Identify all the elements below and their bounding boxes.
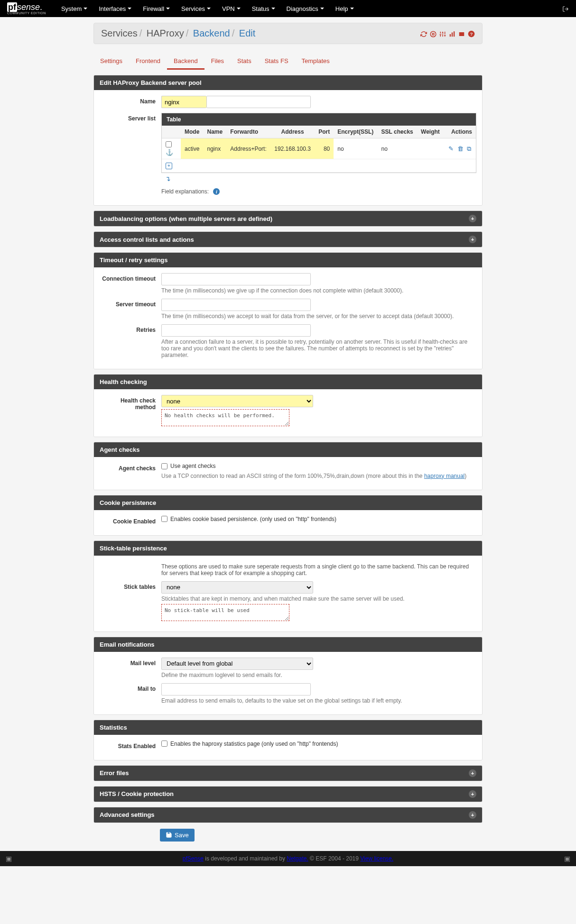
panel-edit-pool: Edit HAProxy Backend server pool Name Se… bbox=[93, 75, 483, 206]
help-server-timeout: The time (in milliseconds) we accept to … bbox=[161, 313, 476, 320]
sticktable-help: Sticktables that are kept in memory, and… bbox=[161, 595, 476, 602]
conn-timeout-input[interactable] bbox=[161, 273, 311, 285]
th-port: Port bbox=[315, 126, 334, 138]
save-icon bbox=[166, 832, 172, 838]
panel-head-error[interactable]: Error files+ bbox=[94, 766, 482, 781]
expand-icon[interactable]: + bbox=[469, 790, 476, 798]
panel-stats: Statistics Stats Enabled Enables the hap… bbox=[93, 720, 483, 760]
haproxy-manual-link[interactable]: haproxy manual bbox=[424, 473, 465, 479]
name-input[interactable] bbox=[161, 96, 206, 108]
tab-settings[interactable]: Settings bbox=[93, 54, 129, 70]
health-method-select[interactable]: none bbox=[161, 395, 313, 407]
panel-agent: Agent checks Agent checks Use agent chec… bbox=[93, 442, 483, 490]
tab-statsfs[interactable]: Stats FS bbox=[258, 54, 295, 70]
cookie-enabled-label: Enables cookie based persistence. (only … bbox=[170, 516, 336, 522]
logout-icon[interactable] bbox=[562, 5, 569, 12]
copy-icon[interactable]: ⧉ bbox=[467, 145, 471, 152]
panel-cookie: Cookie persistence Cookie Enabled Enable… bbox=[93, 495, 483, 536]
label-health-method: Health check method bbox=[100, 395, 161, 411]
footer-netgate-link[interactable]: Netgate. bbox=[287, 855, 308, 862]
cookie-enabled-checkbox[interactable] bbox=[161, 516, 167, 522]
expand-icon[interactable]: + bbox=[469, 811, 476, 819]
sticktable-intro: These options are used to make sure sepe… bbox=[161, 563, 476, 576]
tab-frontend[interactable]: Frontend bbox=[129, 54, 167, 70]
nav-services[interactable]: Services bbox=[176, 5, 216, 12]
tab-backend[interactable]: Backend bbox=[167, 54, 204, 70]
tab-files[interactable]: Files bbox=[204, 54, 231, 70]
nav-diagnostics[interactable]: Diagnostics bbox=[281, 5, 330, 12]
retries-input[interactable] bbox=[161, 324, 311, 337]
row-checkbox[interactable] bbox=[166, 141, 172, 147]
nav-interfaces[interactable]: Interfaces bbox=[93, 5, 137, 12]
server-table: Table Mode Name Forwardto Address Port E… bbox=[161, 113, 476, 173]
bc-services[interactable]: Services bbox=[101, 28, 138, 38]
mail-to-input[interactable] bbox=[161, 683, 311, 695]
stats-enabled-checkbox[interactable] bbox=[161, 741, 167, 747]
name-input-ext[interactable] bbox=[206, 96, 311, 108]
agent-checks-checkbox[interactable] bbox=[161, 463, 167, 469]
svg-point-0 bbox=[430, 31, 436, 37]
refresh-icon[interactable] bbox=[420, 29, 427, 38]
breadcrumb-actions: ? bbox=[420, 29, 475, 38]
bc-haproxy[interactable]: HAProxy bbox=[147, 28, 184, 38]
footer-license-link[interactable]: View license. bbox=[360, 855, 393, 862]
bc-backend[interactable]: Backend bbox=[193, 28, 230, 38]
stick-tables-select[interactable]: none bbox=[161, 581, 313, 594]
delete-icon[interactable]: 🗑 bbox=[457, 145, 464, 152]
panel-lb-options: Loadbalancing options (when multiple ser… bbox=[93, 210, 483, 227]
expand-icon[interactable]: + bbox=[469, 236, 476, 243]
save-button[interactable]: Save bbox=[160, 829, 195, 842]
panel-email: Email notifications Mail level Default l… bbox=[93, 637, 483, 715]
nav-firewall[interactable]: Firewall bbox=[137, 5, 176, 12]
stop-icon[interactable] bbox=[430, 29, 437, 38]
anchor-icon[interactable]: ⚓ bbox=[166, 149, 173, 156]
top-navbar: pfsense. COMMUNITY EDITION System Interf… bbox=[0, 0, 576, 17]
th-encrypt: Encrypt(SSL) bbox=[334, 126, 377, 138]
footer-left-icon[interactable]: ▣ bbox=[6, 855, 12, 862]
help-icon[interactable]: ? bbox=[468, 29, 475, 38]
bc-edit[interactable]: Edit bbox=[239, 28, 255, 38]
panel-head-hsts[interactable]: HSTS / Cookie protection+ bbox=[94, 787, 482, 802]
info-icon[interactable]: i bbox=[213, 188, 220, 195]
panel-head-acl[interactable]: Access control lists and actions+ bbox=[94, 232, 482, 247]
log-icon[interactable] bbox=[458, 29, 465, 38]
edit-icon[interactable]: ✎ bbox=[448, 145, 454, 152]
nav-status[interactable]: Status bbox=[246, 5, 281, 12]
panel-head-advanced[interactable]: Advanced settings+ bbox=[94, 807, 482, 823]
svg-rect-13 bbox=[454, 31, 455, 37]
logo[interactable]: pfsense. COMMUNITY EDITION bbox=[7, 3, 46, 15]
panel-head-cookie: Cookie persistence bbox=[94, 495, 482, 510]
server-timeout-input[interactable] bbox=[161, 299, 311, 311]
panel-head-edit-pool: Edit HAProxy Backend server pool bbox=[94, 75, 482, 90]
label-agent-checks: Agent checks bbox=[100, 463, 161, 472]
expand-icon[interactable]: + bbox=[469, 769, 476, 777]
th-address: Address bbox=[270, 126, 315, 138]
tab-templates[interactable]: Templates bbox=[295, 54, 336, 70]
add-row-icon[interactable]: + bbox=[166, 163, 172, 169]
label-stats-enabled: Stats Enabled bbox=[100, 741, 161, 750]
footer-right-icon[interactable]: ▣ bbox=[564, 855, 570, 862]
agent-help: Use a TCP connection to read an ASCII st… bbox=[161, 473, 424, 479]
th-actions: Actions bbox=[444, 126, 476, 138]
settings-icon[interactable] bbox=[439, 29, 446, 38]
cell-port: 80 bbox=[315, 138, 334, 159]
nav-help[interactable]: Help bbox=[330, 5, 360, 12]
cell-mode: active bbox=[181, 138, 204, 159]
panel-head-stats: Statistics bbox=[94, 720, 482, 735]
mail-level-select[interactable]: Default level from global bbox=[161, 658, 313, 670]
panel-head-email: Email notifications bbox=[94, 637, 482, 652]
chart-icon[interactable] bbox=[449, 29, 455, 38]
tabs: Settings Frontend Backend Files Stats St… bbox=[93, 54, 483, 70]
footer-pfsense-link[interactable]: pfSense bbox=[183, 855, 204, 862]
mail-to-help: Email address to send emails to, default… bbox=[161, 697, 476, 704]
reorder-icon[interactable]: ↴ bbox=[161, 173, 476, 184]
svg-text:?: ? bbox=[470, 32, 473, 37]
expand-icon[interactable]: + bbox=[469, 215, 476, 222]
panel-head-health: Health checking bbox=[94, 375, 482, 389]
tab-stats[interactable]: Stats bbox=[231, 54, 258, 70]
svg-rect-1 bbox=[432, 33, 434, 35]
nav-system[interactable]: System bbox=[56, 5, 93, 12]
panel-head-lb[interactable]: Loadbalancing options (when multiple ser… bbox=[94, 211, 482, 226]
nav-vpn[interactable]: VPN bbox=[216, 5, 246, 12]
breadcrumb-bar: Services/ HAProxy/ Backend/ Edit ? bbox=[93, 23, 483, 44]
